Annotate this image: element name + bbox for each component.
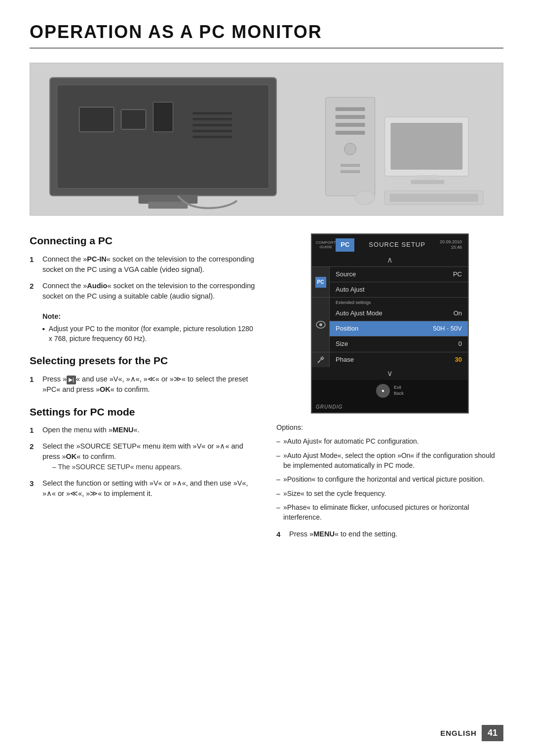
- svg-rect-7: [192, 113, 232, 115]
- content-area: Connecting a PC 1 Connect the »PC-IN« so…: [30, 233, 503, 549]
- menu-label: Phase: [336, 355, 354, 364]
- list-item: 2 Connect the »Audio« socket on the tele…: [30, 281, 257, 302]
- menu-row-phase: Phase 30: [330, 352, 468, 367]
- option-item: »Size« to set the cycle frequency.: [276, 489, 503, 498]
- menu-label: Position: [336, 324, 358, 333]
- option-item: »Auto Ajust« for automatic PC configurat…: [276, 436, 503, 446]
- source-setup-label: SOURCE SETUP: [354, 240, 440, 249]
- menu-value: 50H - 50V: [433, 324, 462, 333]
- menu-label: Size: [336, 340, 348, 348]
- page-title: OPERATION AS A PC MONITOR: [30, 20, 503, 49]
- selecting-presets-heading: Selecting presets for the PC: [30, 353, 257, 368]
- menu-footer: ● ExitBack: [312, 380, 468, 402]
- menu-icon-row-source: PC Source PC Auto Ajust: [312, 267, 468, 297]
- menu-value: On: [454, 309, 462, 318]
- menu-datetime: 20.09.2010 15:46: [440, 239, 462, 251]
- menu-value: 0: [458, 340, 462, 348]
- menu-value: 30: [455, 355, 462, 364]
- grundig-logo: GRUNDIG: [312, 402, 468, 413]
- svg-rect-9: [192, 124, 232, 126]
- settings-pc-list: 1 Open the menu with »MENU«. 2 Select th…: [30, 425, 257, 499]
- extended-settings-label: Extended settings: [330, 298, 468, 306]
- list-number: 2: [30, 281, 38, 291]
- list-content: Open the menu with »MENU«.: [42, 425, 140, 435]
- footer-page-number: 41: [482, 725, 503, 741]
- list-item: 2 Select the »SOURCE SETUP« menu item wi…: [30, 441, 257, 472]
- svg-rect-18: [341, 164, 360, 167]
- svg-point-17: [344, 143, 356, 155]
- bold-audio: Audio: [87, 282, 107, 290]
- menu-screenshot: COMFORTGUIDE PC SOURCE SETUP 20.09.2010 …: [311, 233, 469, 414]
- svg-rect-25: [389, 194, 478, 202]
- option-item: »Phase« to eliminate flicker, unfocused …: [276, 502, 503, 523]
- svg-rect-3: [149, 202, 188, 209]
- menu-label: Auto Ajust Mode: [336, 309, 382, 318]
- menu-header: COMFORTGUIDE PC SOURCE SETUP 20.09.2010 …: [312, 234, 468, 253]
- tools-icon: [315, 354, 326, 365]
- list-item: 1 Connect the »PC-IN« socket on the tele…: [30, 254, 257, 275]
- svg-rect-16: [336, 131, 365, 135]
- list-number: 1: [30, 425, 38, 435]
- menu-row-source: Source PC: [330, 267, 468, 282]
- svg-rect-23: [411, 180, 444, 184]
- page-footer: ENGLISH 41: [440, 725, 503, 741]
- svg-rect-15: [336, 123, 365, 127]
- list-content: Select the »SOURCE SETUP« menu item with…: [42, 441, 257, 472]
- list-item: 4 Press »MENU« to end the setting.: [276, 529, 503, 539]
- svg-rect-21: [390, 123, 462, 170]
- svg-rect-8: [192, 118, 232, 120]
- svg-rect-1: [57, 85, 269, 189]
- page: OPERATION AS A PC MONITOR: [0, 0, 533, 756]
- list-number: 4: [276, 529, 284, 539]
- menu-label: Auto Ajust: [336, 285, 365, 294]
- comfort-guide-label: COMFORTGUIDE: [316, 240, 336, 250]
- menu-row-position: Position 50H - 50V: [330, 321, 468, 336]
- svg-rect-11: [192, 136, 232, 138]
- menu-icon-col: [312, 352, 330, 367]
- menu-content-col: Source PC Auto Ajust: [330, 267, 468, 297]
- list-content: Press »MENU« to end the setting.: [289, 529, 397, 539]
- note-heading: Note:: [42, 311, 257, 321]
- pc-badge: PC: [336, 238, 354, 251]
- svg-point-28: [319, 323, 322, 326]
- menu-icon-row-phase: Phase 30: [312, 352, 468, 367]
- list-content: Select the function or setting with »V« …: [42, 478, 257, 499]
- svg-point-26: [355, 191, 375, 205]
- menu-icon-col: [312, 298, 330, 351]
- footer-labels: ExitBack: [394, 385, 404, 396]
- svg-rect-10: [192, 130, 232, 132]
- menu-row-size: Size 0: [330, 337, 468, 351]
- eye-icon: [315, 319, 326, 330]
- footer-lang: ENGLISH: [440, 728, 477, 738]
- main-illustration: [30, 63, 503, 216]
- selecting-presets-list: 1 Press »▶|« and use »V«, »∧«, »≪« or »≫…: [30, 374, 257, 395]
- svg-rect-6: [153, 103, 173, 132]
- option-item: »Position« to configure the horizontal a…: [276, 474, 503, 484]
- list-content: Connect the »Audio« socket on the televi…: [42, 281, 257, 302]
- arrow-up: ∧: [312, 254, 468, 266]
- option-item: »Auto Ajust Mode«, select the option »On…: [276, 451, 503, 471]
- menu-label: Source: [336, 270, 356, 279]
- menu-value: PC: [453, 270, 462, 279]
- svg-rect-5: [121, 110, 146, 130]
- list-number: 1: [30, 254, 38, 265]
- svg-line-29: [318, 361, 320, 363]
- left-column: Connecting a PC 1 Connect the »PC-IN« so…: [30, 233, 257, 549]
- list-number: 3: [30, 478, 38, 489]
- ok-button: ●: [376, 384, 390, 398]
- step-4-list: 4 Press »MENU« to end the setting.: [276, 529, 503, 539]
- right-column: COMFORTGUIDE PC SOURCE SETUP 20.09.2010 …: [276, 233, 503, 549]
- bold-pc-in: PC-IN: [87, 255, 106, 263]
- menu-row-auto-ajust-mode: Auto Ajust Mode On: [330, 306, 468, 321]
- word-with: with: [135, 479, 148, 487]
- options-heading: Options:: [276, 422, 503, 432]
- svg-rect-13: [336, 108, 365, 112]
- list-content: Press »▶|« and use »V«, »∧«, »≪« or »≫« …: [42, 374, 257, 395]
- list-number: 1: [30, 374, 38, 384]
- step-4-area: 4 Press »MENU« to end the setting.: [276, 529, 503, 539]
- options-list: »Auto Ajust« for automatic PC configurat…: [276, 436, 503, 522]
- svg-rect-4: [79, 108, 114, 132]
- menu-icon-row-extended: Extended settings Auto Ajust Mode On Pos…: [312, 298, 468, 351]
- note-text: Adjust your PC to the monitor (for examp…: [42, 324, 257, 343]
- svg-rect-19: [341, 170, 360, 173]
